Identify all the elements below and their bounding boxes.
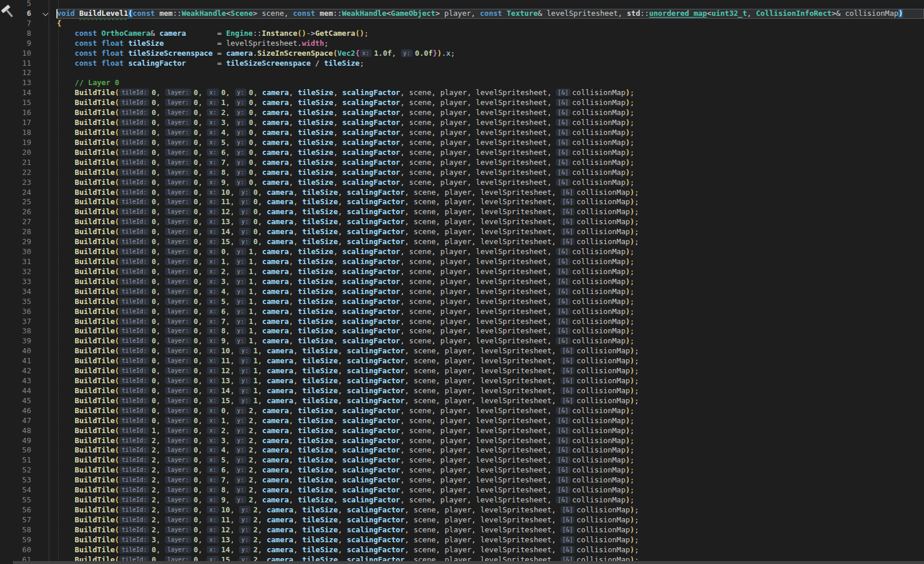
inlay-hint[interactable]: tileId: bbox=[119, 377, 149, 384]
inlay-hint[interactable]: layer: bbox=[165, 417, 191, 424]
line-number[interactable]: 38 bbox=[0, 326, 31, 336]
line-number[interactable]: 35 bbox=[0, 297, 31, 307]
gutter-line[interactable]: 35 bbox=[0, 297, 56, 307]
code-line[interactable]: BuildTile(tileId:1, layer:0, x:2, y:2, c… bbox=[56, 426, 924, 436]
gutter-line[interactable]: 19 bbox=[0, 138, 56, 148]
inlay-hint[interactable]: [&] bbox=[561, 228, 575, 235]
code-line[interactable]: { bbox=[56, 19, 924, 29]
inlay-hint[interactable]: x: bbox=[207, 476, 218, 484]
code-line[interactable]: BuildTile(tileId:2, layer:0, x:8, y:2, c… bbox=[56, 485, 924, 495]
code-line[interactable]: BuildTile(tileId:0, layer:0, x:15, y:0, … bbox=[56, 237, 924, 247]
inlay-hint[interactable]: layer: bbox=[165, 337, 191, 345]
code-line[interactable]: BuildTile(tileId:0, layer:0, x:0, y:0, c… bbox=[56, 88, 924, 98]
line-number[interactable]: 59 bbox=[0, 535, 31, 545]
inlay-hint[interactable]: y: bbox=[235, 456, 247, 464]
gutter-line[interactable]: 16 bbox=[0, 108, 56, 118]
line-number[interactable]: 26 bbox=[0, 207, 31, 217]
code-line[interactable]: const OrthoCamera& camera = Engine::Inst… bbox=[56, 29, 924, 39]
inlay-hint[interactable]: tileId: bbox=[119, 387, 149, 394]
inlay-hint[interactable]: [&] bbox=[561, 536, 575, 543]
inlay-hint[interactable]: [&] bbox=[556, 178, 570, 186]
inlay-hint[interactable]: [&] bbox=[556, 109, 570, 116]
inlay-hint[interactable]: tileId: bbox=[119, 516, 149, 524]
inlay-hint[interactable]: x: bbox=[207, 496, 218, 504]
inlay-hint[interactable]: tileId: bbox=[119, 119, 149, 126]
inlay-hint[interactable]: tileId: bbox=[119, 139, 149, 146]
inlay-hint[interactable]: y: bbox=[235, 496, 247, 504]
inlay-hint[interactable]: layer: bbox=[165, 357, 191, 364]
inlay-hint[interactable]: y: bbox=[235, 89, 247, 96]
code-line[interactable]: BuildTile(tileId:0, layer:0, x:0, y:2, c… bbox=[56, 406, 924, 416]
inlay-hint[interactable]: [&] bbox=[556, 148, 570, 156]
inlay-hint[interactable]: y: bbox=[235, 119, 247, 126]
inlay-hint[interactable]: y: bbox=[235, 476, 247, 484]
inlay-hint[interactable]: x: bbox=[207, 347, 218, 354]
inlay-hint[interactable]: layer: bbox=[165, 506, 191, 514]
line-number[interactable]: 54 bbox=[0, 485, 31, 495]
code-line[interactable]: BuildTile(tileId:0, layer:0, x:9, y:1, c… bbox=[56, 336, 924, 346]
code-line[interactable] bbox=[56, 68, 924, 78]
inlay-hint[interactable]: x: bbox=[207, 268, 218, 275]
code-line[interactable]: BuildTile(tileId:0, layer:0, x:3, y:1, c… bbox=[56, 277, 924, 287]
line-number[interactable]: 58 bbox=[0, 525, 31, 535]
inlay-hint[interactable]: y: bbox=[235, 298, 247, 305]
inlay-hint[interactable]: x: bbox=[207, 288, 218, 295]
inlay-hint[interactable]: layer: bbox=[165, 288, 191, 295]
line-number[interactable]: 25 bbox=[0, 197, 31, 207]
line-number[interactable]: 42 bbox=[0, 366, 31, 376]
inlay-hint[interactable]: [&] bbox=[561, 387, 575, 394]
gutter-line[interactable]: 14 bbox=[0, 88, 56, 98]
inlay-hint[interactable]: x: bbox=[207, 99, 218, 106]
inlay-hint[interactable]: layer: bbox=[165, 198, 191, 205]
inlay-hint[interactable]: tileId: bbox=[119, 347, 149, 354]
inlay-hint[interactable]: [&] bbox=[561, 377, 575, 384]
gutter-line[interactable]: 13 bbox=[0, 78, 56, 88]
inlay-hint[interactable]: x: bbox=[207, 546, 218, 553]
inlay-hint[interactable]: tileId: bbox=[119, 198, 149, 205]
inlay-hint[interactable]: x: bbox=[207, 337, 218, 345]
gutter-line[interactable]: 60 bbox=[0, 545, 56, 555]
inlay-hint[interactable]: tileId: bbox=[119, 89, 149, 96]
gutter-line[interactable]: 51 bbox=[0, 455, 56, 465]
inlay-hint[interactable]: [&] bbox=[556, 407, 570, 414]
inlay-hint[interactable]: x: bbox=[207, 417, 218, 424]
gutter-line[interactable]: 43 bbox=[0, 376, 56, 386]
inlay-hint[interactable]: x: bbox=[207, 308, 218, 315]
gutter-line[interactable]: 27 bbox=[0, 217, 56, 227]
inlay-hint[interactable]: y: bbox=[235, 486, 247, 494]
inlay-hint[interactable]: layer: bbox=[165, 139, 191, 146]
gutter-line[interactable]: 11 bbox=[0, 59, 56, 69]
gutter-line[interactable]: 55 bbox=[0, 495, 56, 505]
inlay-hint[interactable]: [&] bbox=[556, 248, 570, 255]
inlay-hint[interactable]: x: bbox=[207, 148, 218, 156]
inlay-hint[interactable]: x: bbox=[207, 248, 218, 255]
gutter-line[interactable]: 56 bbox=[0, 505, 56, 515]
line-number[interactable]: 41 bbox=[0, 356, 31, 366]
line-number[interactable]: 47 bbox=[0, 416, 31, 426]
code-line[interactable]: BuildTile(tileId:0, layer:0, x:1, y:2, c… bbox=[56, 416, 924, 426]
line-number[interactable]: 20 bbox=[0, 148, 31, 158]
code-line[interactable]: BuildTile(tileId:0, layer:0, x:2, y:0, c… bbox=[56, 108, 924, 118]
inlay-hint[interactable]: layer: bbox=[165, 427, 191, 434]
line-number[interactable]: 9 bbox=[0, 39, 31, 49]
inlay-hint[interactable]: tileId: bbox=[119, 446, 149, 454]
inlay-hint[interactable]: x: bbox=[207, 427, 218, 434]
inlay-hint[interactable]: y: bbox=[239, 387, 251, 394]
inlay-hint[interactable]: layer: bbox=[165, 178, 191, 186]
inlay-hint[interactable]: y: bbox=[239, 218, 251, 225]
gutter-line[interactable]: 18 bbox=[0, 128, 56, 138]
code-line[interactable]: BuildTile(tileId:0, layer:0, x:5, y:1, c… bbox=[56, 297, 924, 307]
code-line[interactable]: BuildTile(tileId:0, layer:0, x:6, y:0, c… bbox=[56, 148, 924, 158]
inlay-hint[interactable]: layer: bbox=[165, 129, 191, 136]
inlay-hint[interactable]: layer: bbox=[165, 347, 191, 354]
code-line[interactable]: BuildTile(tileId:0, layer:0, x:11, y:0, … bbox=[56, 197, 924, 207]
code-line[interactable]: BuildTile(tileId:2, layer:0, x:4, y:2, c… bbox=[56, 445, 924, 455]
code-line[interactable]: BuildTile(tileId:0, layer:0, x:6, y:1, c… bbox=[56, 307, 924, 317]
inlay-hint[interactable]: tileId: bbox=[119, 546, 149, 553]
gutter-line[interactable]: 41 bbox=[0, 356, 56, 366]
gutter-line[interactable]: 25 bbox=[0, 197, 56, 207]
inlay-hint[interactable]: [&] bbox=[556, 119, 570, 126]
code-line[interactable]: BuildTile(tileId:0, layer:0, x:3, y:0, c… bbox=[56, 118, 924, 128]
code-line[interactable]: BuildTile(tileId:2, layer:0, x:7, y:2, c… bbox=[56, 475, 924, 485]
line-number[interactable]: 23 bbox=[0, 178, 31, 188]
